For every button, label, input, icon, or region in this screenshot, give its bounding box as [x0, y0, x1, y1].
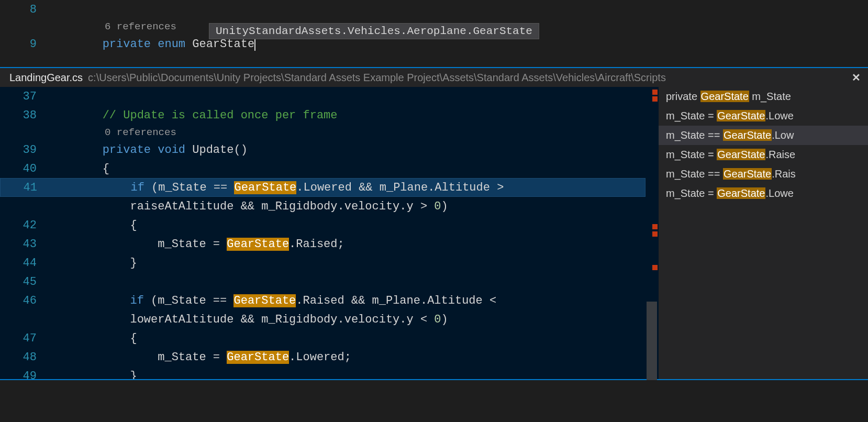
ref-text: private [666, 91, 700, 102]
line-number: 37 [0, 90, 47, 103]
reference-item-selected[interactable]: m_State == GearState.Low [659, 126, 868, 145]
type-name: GearState [192, 38, 254, 51]
line-number: 41 [1, 181, 48, 194]
brace: } [130, 370, 137, 380]
code-line[interactable]: 8 [0, 0, 868, 19]
codelens-references[interactable]: 0 references [0, 125, 646, 140]
code-line[interactable]: 43 m_State = GearState.Raised; [0, 235, 646, 253]
line-content: if (m_State == GearState.Raised && m_Pla… [47, 294, 646, 307]
reference-item[interactable]: m_State = GearState.Lowe [659, 184, 868, 203]
keyword-private: private [103, 38, 151, 51]
ref-text: .Raise [765, 149, 795, 160]
code-text: lowerAtAltitude && m_Rigidbody.velocity.… [130, 313, 434, 326]
reference-item[interactable]: m_State = GearState.Lowe [659, 106, 868, 126]
paren-close: ) [441, 200, 448, 213]
line-content: { [47, 162, 646, 175]
peek-code-area[interactable]: 37 38 // Update is called once per frame… [0, 87, 646, 379]
highlighted-token: GearState [227, 238, 289, 251]
ref-text: m_State == [666, 129, 723, 141]
scrollbar-marker [652, 96, 658, 102]
number-literal: 0 [434, 200, 441, 213]
line-number: 8 [0, 3, 47, 16]
peek-filepath: c:\Users\Public\Documents\Unity Projects… [88, 72, 666, 84]
line-number: 39 [0, 143, 47, 157]
line-number: 47 [0, 332, 47, 345]
keyword-void: void [158, 143, 185, 157]
line-content: // Update is called once per frame [47, 109, 646, 122]
peek-header: LandingGear.cs c:\Users\Public\Documents… [0, 68, 868, 87]
ref-highlight: GearState [717, 149, 765, 160]
reference-list: private GearState m_State m_State = Gear… [659, 87, 868, 379]
reference-item[interactable]: m_State = GearState.Raise [659, 145, 868, 164]
parens: () [233, 143, 247, 157]
brace: { [130, 219, 137, 232]
scrollbar-marker [652, 265, 658, 270]
method-name: Update [192, 143, 233, 157]
line-number: 45 [0, 275, 47, 288]
code-text: m_State = [158, 238, 227, 251]
highlighted-token: GearState [234, 181, 296, 194]
code-line[interactable]: 49 } [0, 367, 646, 379]
ref-text: .Rais [772, 168, 796, 180]
keyword-private: private [103, 143, 151, 157]
ref-highlight: GearState [723, 168, 772, 180]
code-line[interactable]: lowerAtAltitude && m_Rigidbody.velocity.… [0, 310, 646, 329]
code-line[interactable]: 38 // Update is called once per frame [0, 106, 646, 125]
line-content: { [47, 219, 646, 232]
close-icon[interactable]: ✕ [852, 71, 861, 84]
ref-highlight: GearState [723, 129, 772, 141]
line-content: if (m_State == GearState.Lowered && m_Pl… [48, 181, 645, 194]
code-line[interactable]: 48 m_State = GearState.Lowered; [0, 348, 646, 367]
scrollbar-marker [652, 90, 658, 95]
ref-text: m_State = [666, 187, 717, 199]
number-literal: 0 [434, 313, 441, 326]
keyword-if: if [130, 294, 143, 307]
ref-text: .Lowe [765, 110, 793, 121]
code-line[interactable]: raiseAtAltitude && m_Rigidbody.velocity.… [0, 197, 646, 216]
code-line[interactable]: 45 [0, 272, 646, 291]
brace: } [130, 257, 137, 270]
highlighted-token: GearState [233, 294, 296, 307]
ref-highlight: GearState [717, 110, 765, 121]
code-line[interactable]: 44 } [0, 253, 646, 272]
scrollbar-thumb[interactable] [647, 302, 657, 380]
peek-scrollbar[interactable] [646, 87, 659, 379]
code-line[interactable]: 40 { [0, 159, 646, 178]
brace: { [130, 332, 137, 345]
paren-close: ) [441, 313, 448, 326]
comment: // Update is called once per frame [103, 109, 338, 122]
code-text: m_State = [158, 351, 227, 364]
ref-highlight: GearState [700, 91, 749, 102]
code-text: (m_State == [144, 294, 234, 307]
ref-highlight: GearState [717, 187, 765, 199]
peek-body: 37 38 // Update is called once per frame… [0, 87, 868, 379]
line-content: lowerAtAltitude && m_Rigidbody.velocity.… [47, 313, 646, 326]
code-line[interactable]: 39 private void Update() [0, 140, 646, 159]
ref-text: m_State == [666, 168, 723, 180]
ref-text: .Lowe [765, 187, 793, 199]
ref-text: m_State = [666, 110, 717, 121]
line-content: raiseAtAltitude && m_Rigidbody.velocity.… [47, 200, 646, 213]
peek-filename[interactable]: LandingGear.cs [9, 72, 83, 84]
hover-tooltip: UnityStandardAssets.Vehicles.Aeroplane.G… [209, 23, 539, 39]
code-text: .Raised; [289, 238, 344, 251]
scrollbar-marker [652, 231, 658, 237]
line-content: { [47, 332, 646, 345]
line-number: 48 [0, 351, 47, 364]
reference-item[interactable]: m_State == GearState.Rais [659, 164, 868, 184]
ref-text: .Low [772, 129, 794, 141]
line-content: m_State = GearState.Raised; [47, 238, 646, 251]
code-line[interactable]: 37 [0, 87, 646, 106]
reference-item[interactable]: private GearState m_State [659, 87, 868, 106]
scrollbar-marker [652, 224, 658, 229]
bottom-editor-pane[interactable] [0, 380, 868, 422]
line-number: 43 [0, 238, 47, 251]
code-line[interactable]: 46 if (m_State == GearState.Raised && m_… [0, 291, 646, 310]
code-line[interactable]: 47 { [0, 329, 646, 348]
keyword-enum: enum [158, 38, 185, 51]
line-number: 46 [0, 294, 47, 307]
code-line[interactable]: 42 { [0, 216, 646, 235]
code-line-selected[interactable]: 41 if (m_State == GearState.Lowered && m… [0, 178, 646, 197]
line-number: 38 [0, 109, 47, 122]
line-number: 49 [0, 370, 47, 380]
